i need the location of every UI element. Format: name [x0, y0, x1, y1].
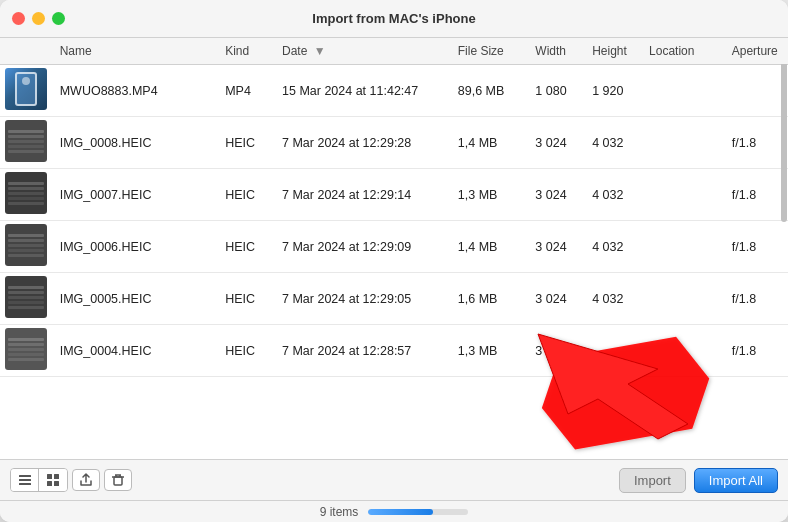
content-area: Name Kind Date ▼ File Size Width Height …	[0, 38, 788, 522]
svg-rect-4	[54, 474, 59, 479]
file-kind: HEIC	[217, 273, 274, 325]
file-date: 15 Mar 2024 at 11:42:47	[274, 65, 450, 117]
col-header-date[interactable]: Date ▼	[274, 38, 450, 65]
grid-icon	[46, 473, 60, 487]
import-all-button[interactable]: Import All	[694, 468, 778, 493]
file-size: 1,4 MB	[450, 221, 528, 273]
file-aperture	[724, 65, 788, 117]
file-width: 3 024	[527, 273, 584, 325]
svg-rect-3	[47, 474, 52, 479]
file-date: 7 Mar 2024 at 12:29:28	[274, 117, 450, 169]
table-row[interactable]: IMG_0008.HEICHEIC7 Mar 2024 at 12:29:281…	[0, 117, 788, 169]
toolbar-right: Import Import All	[619, 468, 778, 493]
svg-rect-7	[114, 477, 122, 485]
file-height: 4 032	[584, 169, 641, 221]
thumbnail	[5, 224, 47, 266]
thumbnail	[5, 276, 47, 318]
thumbnail	[5, 328, 47, 370]
file-date: 7 Mar 2024 at 12:29:09	[274, 221, 450, 273]
svg-rect-1	[19, 479, 31, 481]
close-button[interactable]	[12, 12, 25, 25]
file-location	[641, 325, 724, 377]
grid-view-button[interactable]	[39, 469, 67, 491]
thumb-cell	[0, 169, 52, 221]
main-window: Import from MAC's iPhone Name Kind Date …	[0, 0, 788, 522]
col-header-aperture[interactable]: Aperture	[724, 38, 788, 65]
file-kind: MP4	[217, 65, 274, 117]
file-name: IMG_0008.HEIC	[52, 117, 217, 169]
table-row[interactable]: IMG_0004.HEICHEIC7 Mar 2024 at 12:28:571…	[0, 325, 788, 377]
file-width: 3 024	[527, 221, 584, 273]
scrollbar-thumb[interactable]	[781, 42, 787, 222]
sort-arrow-icon: ▼	[314, 44, 326, 58]
col-header-thumb	[0, 38, 52, 65]
file-date: 7 Mar 2024 at 12:29:05	[274, 273, 450, 325]
svg-rect-0	[19, 475, 31, 477]
col-header-filesize[interactable]: File Size	[450, 38, 528, 65]
svg-rect-2	[19, 483, 31, 485]
bottom-toolbar: Import Import All	[0, 460, 788, 500]
file-kind: HEIC	[217, 169, 274, 221]
file-kind: HEIC	[217, 117, 274, 169]
list-view-button[interactable]	[11, 469, 39, 491]
window-title: Import from MAC's iPhone	[312, 11, 475, 26]
col-header-height[interactable]: Height	[584, 38, 641, 65]
share-icon	[79, 473, 93, 487]
bottom-bar: Import Import All 9 items	[0, 459, 788, 522]
table-row[interactable]: MWUO8883.MP4MP415 Mar 2024 at 11:42:4789…	[0, 65, 788, 117]
thumb-cell	[0, 325, 52, 377]
file-size: 1,3 MB	[450, 169, 528, 221]
file-location	[641, 169, 724, 221]
file-size: 89,6 MB	[450, 65, 528, 117]
file-aperture: f/1.8	[724, 273, 788, 325]
table-row[interactable]: IMG_0005.HEICHEIC7 Mar 2024 at 12:29:051…	[0, 273, 788, 325]
file-name: IMG_0004.HEIC	[52, 325, 217, 377]
file-width: 3 024	[527, 117, 584, 169]
items-count: 9 items	[320, 505, 359, 519]
file-name: IMG_0007.HEIC	[52, 169, 217, 221]
col-header-kind[interactable]: Kind	[217, 38, 274, 65]
thumb-cell	[0, 273, 52, 325]
col-header-width[interactable]: Width	[527, 38, 584, 65]
file-width: 3 02	[527, 325, 584, 377]
toolbar-left	[10, 468, 132, 492]
share-button[interactable]	[72, 469, 100, 491]
file-name: IMG_0006.HEIC	[52, 221, 217, 273]
file-height: 1 920	[584, 65, 641, 117]
thumb-cell	[0, 117, 52, 169]
file-height: 4 032	[584, 273, 641, 325]
file-location	[641, 117, 724, 169]
col-header-name[interactable]: Name	[52, 38, 217, 65]
import-button[interactable]: Import	[619, 468, 686, 493]
file-size: 1,3 MB	[450, 325, 528, 377]
traffic-lights	[12, 12, 65, 25]
list-icon	[18, 473, 32, 487]
file-kind: HEIC	[217, 221, 274, 273]
thumb-cell	[0, 221, 52, 273]
table-row[interactable]: IMG_0007.HEICHEIC7 Mar 2024 at 12:29:141…	[0, 169, 788, 221]
col-header-location[interactable]: Location	[641, 38, 724, 65]
file-size: 1,4 MB	[450, 117, 528, 169]
status-bar: 9 items	[0, 500, 788, 522]
file-location	[641, 273, 724, 325]
file-width: 1 080	[527, 65, 584, 117]
delete-button[interactable]	[104, 469, 132, 491]
file-table: Name Kind Date ▼ File Size Width Height …	[0, 38, 788, 377]
file-aperture: f/1.8	[724, 169, 788, 221]
maximize-button[interactable]	[52, 12, 65, 25]
file-kind: HEIC	[217, 325, 274, 377]
thumbnail	[5, 120, 47, 162]
svg-rect-6	[54, 481, 59, 486]
file-location	[641, 221, 724, 273]
minimize-button[interactable]	[32, 12, 45, 25]
file-date: 7 Mar 2024 at 12:29:14	[274, 169, 450, 221]
table-row[interactable]: IMG_0006.HEICHEIC7 Mar 2024 at 12:29:091…	[0, 221, 788, 273]
file-height: 4 032	[584, 117, 641, 169]
thumb-cell	[0, 65, 52, 117]
titlebar: Import from MAC's iPhone	[0, 0, 788, 38]
view-mode-group	[10, 468, 68, 492]
progress-track	[368, 509, 468, 515]
file-size: 1,6 MB	[450, 273, 528, 325]
scrollbar-track[interactable]	[780, 38, 788, 459]
table-scroll[interactable]: Name Kind Date ▼ File Size Width Height …	[0, 38, 788, 459]
